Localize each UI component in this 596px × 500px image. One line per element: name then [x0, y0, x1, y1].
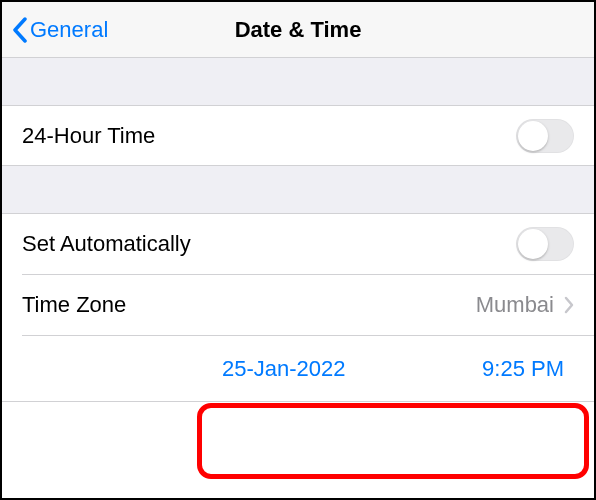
toggle-knob	[518, 121, 548, 151]
time-zone-value-container: Mumbai	[476, 292, 574, 318]
time-zone-row[interactable]: Time Zone Mumbai	[2, 275, 594, 335]
section-header-spacer	[2, 166, 594, 214]
time-zone-value: Mumbai	[476, 292, 554, 318]
twenty-four-hour-label: 24-Hour Time	[22, 123, 155, 149]
section-header-spacer	[2, 58, 594, 106]
time-zone-label: Time Zone	[22, 292, 126, 318]
annotation-highlight	[197, 403, 589, 479]
time-value[interactable]: 9:25 PM	[482, 356, 564, 382]
date-time-row[interactable]: 25-Jan-2022 9:25 PM	[2, 336, 594, 402]
twenty-four-hour-toggle[interactable]	[516, 119, 574, 153]
chevron-left-icon	[12, 17, 28, 43]
date-value[interactable]: 25-Jan-2022	[222, 356, 346, 382]
back-button[interactable]: General	[2, 17, 108, 43]
toggle-knob	[518, 229, 548, 259]
navigation-bar: General Date & Time	[2, 2, 594, 58]
set-automatically-label: Set Automatically	[22, 231, 191, 257]
set-automatically-row: Set Automatically	[2, 214, 594, 274]
back-label: General	[30, 17, 108, 43]
set-automatically-toggle[interactable]	[516, 227, 574, 261]
twenty-four-hour-row: 24-Hour Time	[2, 106, 594, 166]
chevron-right-icon	[564, 296, 574, 314]
